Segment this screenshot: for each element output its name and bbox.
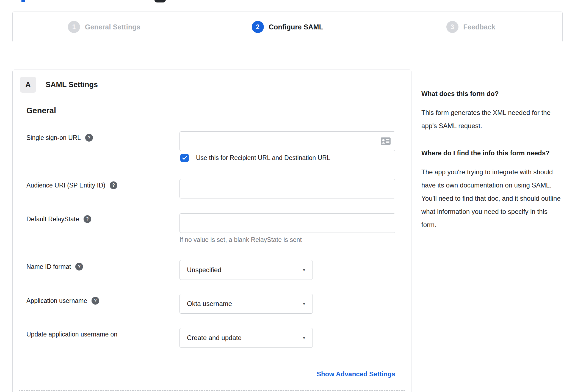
select-value: Okta username <box>187 300 302 308</box>
show-advanced-settings-link[interactable]: Show Advanced Settings <box>179 370 395 378</box>
audience-uri-label-text: Audience URI (SP Entity ID) <box>26 182 105 189</box>
sso-url-label: Single sign-on URL ? <box>26 134 93 142</box>
general-group-heading: General <box>26 106 56 115</box>
recipient-url-checkbox-row: Use this for Recipient URL and Destinati… <box>180 154 330 162</box>
name-id-format-select[interactable]: Unspecified ▼ <box>179 260 313 280</box>
name-id-format-label-text: Name ID format <box>26 263 71 270</box>
update-username-on-label: Update application username on <box>26 331 117 338</box>
help-sidebar: What does this form do? This form genera… <box>421 87 563 231</box>
step-label: General Settings <box>85 23 140 31</box>
update-username-on-select[interactable]: Create and update ▼ <box>179 328 313 348</box>
application-username-label-text: Application username <box>26 297 87 305</box>
select-value: Unspecified <box>187 266 302 274</box>
section-a-badge: A <box>20 77 36 93</box>
select-value: Create and update <box>187 334 302 342</box>
step-configure-saml[interactable]: 2 Configure SAML <box>196 12 379 42</box>
step-label: Configure SAML <box>269 23 324 31</box>
help-block-what: What does this form do? This form genera… <box>421 87 563 132</box>
section-dashed-divider <box>19 390 405 391</box>
relaystate-hint: If no value is set, a blank RelayState i… <box>179 236 302 244</box>
step-number-badge: 1 <box>68 21 80 33</box>
saml-settings-panel: A SAML Settings General Single sign-on U… <box>12 70 411 392</box>
help-heading: What does this form do? <box>421 87 563 100</box>
chevron-down-icon: ▼ <box>302 336 306 340</box>
step-feedback[interactable]: 3 Feedback <box>379 12 562 42</box>
relaystate-label: Default RelayState ? <box>26 215 91 223</box>
section-title: SAML Settings <box>46 77 98 93</box>
relaystate-label-text: Default RelayState <box>26 216 79 223</box>
recipient-url-checkbox[interactable] <box>180 154 189 162</box>
help-icon[interactable]: ? <box>84 215 91 223</box>
sso-url-input[interactable] <box>179 131 395 151</box>
checkmark-icon <box>182 155 187 161</box>
help-icon[interactable]: ? <box>75 263 83 270</box>
application-username-select[interactable]: Okta username ▼ <box>179 294 313 314</box>
name-id-format-label: Name ID format ? <box>26 263 83 270</box>
autofill-contact-icon[interactable] <box>380 137 391 145</box>
update-username-on-label-text: Update application username on <box>26 331 117 338</box>
step-general-settings[interactable]: 1 General Settings <box>13 12 196 42</box>
help-heading: Where do I find the info this form needs… <box>421 147 563 159</box>
step-number-badge: 3 <box>446 21 458 33</box>
cropped-header-fragment-blue <box>21 0 25 2</box>
wizard-stepper: 1 General Settings 2 Configure SAML 3 Fe… <box>12 12 563 42</box>
help-icon[interactable]: ? <box>85 134 93 142</box>
step-label: Feedback <box>463 23 496 31</box>
step-number-badge: 2 <box>252 21 264 33</box>
sso-url-label-text: Single sign-on URL <box>26 134 81 142</box>
audience-uri-label: Audience URI (SP Entity ID) ? <box>26 181 117 189</box>
chevron-down-icon: ▼ <box>302 302 306 306</box>
help-block-where: Where do I find the info this form needs… <box>421 147 563 231</box>
help-icon[interactable]: ? <box>92 297 99 305</box>
application-username-label: Application username ? <box>26 297 99 305</box>
cropped-header-fragment-dark <box>154 0 166 2</box>
help-body: The app you're trying to integrate with … <box>421 165 563 231</box>
relaystate-input[interactable] <box>179 213 395 233</box>
recipient-url-checkbox-label: Use this for Recipient URL and Destinati… <box>196 154 330 162</box>
help-body: This form generates the XML needed for t… <box>421 106 563 132</box>
audience-uri-input[interactable] <box>179 179 395 198</box>
sso-url-input-wrap <box>179 131 395 151</box>
help-icon[interactable]: ? <box>110 181 117 189</box>
chevron-down-icon: ▼ <box>302 268 306 272</box>
saml-setup-page: 1 General Settings 2 Configure SAML 3 Fe… <box>0 0 575 392</box>
